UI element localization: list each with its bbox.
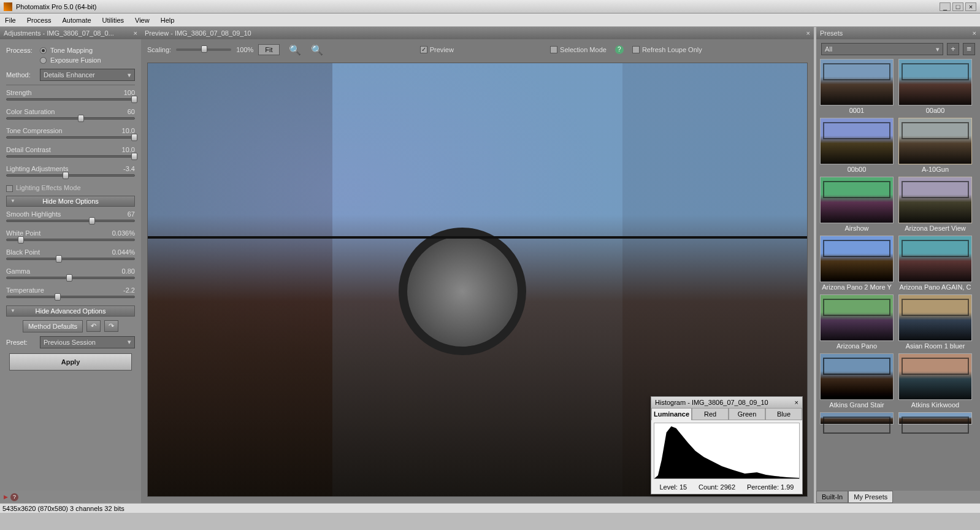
preview-panel: Preview - IMG_3806_07_08_09_10 × Scaling… xyxy=(141,27,814,503)
slider-value: 0.80 xyxy=(122,267,135,275)
preset-label: Atkins Kirkwood xyxy=(898,401,972,409)
undo-button[interactable]: ↶ xyxy=(86,320,101,332)
presets-close-icon[interactable]: × xyxy=(973,29,976,37)
slider-value: 0.036% xyxy=(112,229,135,237)
scaling-value: 100% xyxy=(236,46,253,53)
menu-file[interactable]: File xyxy=(5,17,16,24)
slider-value: -3.4 xyxy=(123,165,135,172)
presets-filter-select[interactable]: All xyxy=(821,43,943,55)
slider-white-point[interactable] xyxy=(6,239,135,241)
slider-label: Color Saturation xyxy=(6,108,55,115)
slider-black-point[interactable] xyxy=(6,258,135,260)
method-select[interactable]: Details Enhancer xyxy=(40,69,135,81)
adjustments-title: Adjustments - IMG_3806_07_08_0... × xyxy=(0,27,141,39)
preset-thumbnail[interactable] xyxy=(820,177,894,223)
refresh-loupe-checkbox[interactable] xyxy=(632,46,640,53)
radio-exposure-fusion[interactable] xyxy=(40,57,47,64)
app-icon xyxy=(4,2,12,11)
preset-thumbnail[interactable] xyxy=(898,236,972,282)
adjustments-panel: Adjustments - IMG_3806_07_08_0... × Proc… xyxy=(0,27,141,503)
preset-label: Asian Room 1 bluer xyxy=(898,342,972,350)
presets-tab-my[interactable]: My Presets xyxy=(848,491,893,503)
preset-select[interactable]: Previous Session xyxy=(40,336,135,348)
presets-tab-builtin[interactable]: Built-In xyxy=(816,491,848,503)
radio-tone-mapping[interactable] xyxy=(40,47,47,54)
preset-thumbnail[interactable] xyxy=(820,59,894,106)
help-icon[interactable]: ? xyxy=(10,493,18,501)
histogram-tab-luminance[interactable]: Luminance xyxy=(651,408,692,420)
preset-thumbnail[interactable] xyxy=(820,236,894,282)
slider-tone-compression[interactable] xyxy=(6,136,135,139)
slider-color-saturation[interactable] xyxy=(6,117,135,120)
zoom-out-icon[interactable]: 🔍 xyxy=(288,43,302,56)
preset-label: 00a00 xyxy=(898,107,972,114)
preset-label: Arizona Desert View xyxy=(898,225,972,232)
scaling-slider[interactable] xyxy=(176,48,231,51)
preset-thumbnail[interactable] xyxy=(898,353,972,400)
slider-label: Lighting Adjustments xyxy=(6,165,69,172)
histogram-panel: Histogram - IMG_3806_07_08_09_10× Lumina… xyxy=(651,396,803,494)
expand-icon[interactable]: ▶ xyxy=(4,494,8,500)
selection-help-icon[interactable]: ? xyxy=(615,45,624,54)
refresh-loupe-label: Refresh Loupe Only xyxy=(642,46,702,53)
process-label: Process: xyxy=(6,47,40,54)
preview-close-icon[interactable]: × xyxy=(806,29,810,37)
fit-button[interactable]: Fit xyxy=(258,44,279,55)
adjustments-close-icon[interactable]: × xyxy=(134,29,137,37)
slider-smooth-highlights[interactable] xyxy=(6,220,135,222)
scaling-label: Scaling: xyxy=(147,46,171,53)
slider-label: Tone Compression xyxy=(6,127,63,134)
menu-help[interactable]: Help xyxy=(161,17,175,24)
menu-utilities[interactable]: Utilities xyxy=(102,17,124,24)
preset-label: Arizona Pano xyxy=(820,342,894,350)
add-preset-icon[interactable]: + xyxy=(947,43,959,55)
presets-title: Presets × xyxy=(816,27,980,39)
preview-checkbox[interactable] xyxy=(420,46,427,53)
preset-thumbnail[interactable] xyxy=(820,294,894,341)
preset-thumbnail[interactable] xyxy=(898,118,972,164)
preset-label: 0001 xyxy=(820,107,894,114)
preset-menu-icon[interactable]: ≡ xyxy=(963,43,975,55)
preview-toolbar: Scaling: 100% Fit 🔍 🔍 Preview Selection … xyxy=(141,39,814,60)
apply-button[interactable]: Apply xyxy=(9,353,132,371)
histogram-chart xyxy=(654,423,800,479)
slider-strength[interactable] xyxy=(6,98,135,101)
minimize-button[interactable]: _ xyxy=(940,2,951,11)
histogram-tab-blue[interactable]: Blue xyxy=(765,408,802,420)
hide-advanced-options[interactable]: Hide Advanced Options xyxy=(6,305,135,317)
preset-thumbnail[interactable] xyxy=(820,412,894,424)
histogram-tab-green[interactable]: Green xyxy=(729,408,765,420)
preset-label: Arizona Pano 2 More Y xyxy=(820,283,894,291)
slider-temperature[interactable] xyxy=(6,296,135,298)
close-button[interactable]: × xyxy=(965,2,976,11)
zoom-in-icon[interactable]: 🔍 xyxy=(310,43,324,56)
preset-label: Airshow xyxy=(820,225,894,232)
maximize-button[interactable]: □ xyxy=(952,2,963,11)
menu-view[interactable]: View xyxy=(135,17,150,24)
slider-value: 0.044% xyxy=(112,248,135,256)
preset-thumbnail[interactable] xyxy=(898,177,972,223)
preset-label: 00b00 xyxy=(820,166,894,173)
histogram-close-icon[interactable]: × xyxy=(795,399,798,406)
selection-mode-checkbox[interactable] xyxy=(550,46,557,53)
preset-thumbnail[interactable] xyxy=(898,294,972,341)
method-defaults-button[interactable]: Method Defaults xyxy=(23,320,83,332)
redo-button[interactable]: ↷ xyxy=(104,320,118,332)
presets-grid: 000100a0000b00A-10GunAirshowArizona Dese… xyxy=(816,59,980,491)
slider-label: White Point xyxy=(6,229,40,237)
menu-process[interactable]: Process xyxy=(27,17,52,24)
preset-thumbnail[interactable] xyxy=(898,59,972,106)
preset-thumbnail[interactable] xyxy=(898,412,972,424)
hide-more-options[interactable]: Hide More Options xyxy=(6,196,135,207)
preview-checkbox-label: Preview xyxy=(430,46,454,53)
preset-thumbnail[interactable] xyxy=(820,353,894,400)
slider-lighting-adjustments[interactable] xyxy=(6,174,135,177)
slider-detail-contrast[interactable] xyxy=(6,155,135,158)
preset-thumbnail[interactable] xyxy=(820,118,894,164)
lighting-effects-checkbox[interactable] xyxy=(6,185,13,192)
slider-gamma[interactable] xyxy=(6,277,135,279)
histogram-title: Histogram - IMG_3806_07_08_09_10 xyxy=(655,399,768,406)
process-tone-mapping: Tone Mapping xyxy=(50,47,93,54)
histogram-tab-red[interactable]: Red xyxy=(692,408,729,420)
menu-automate[interactable]: Automate xyxy=(62,17,91,24)
